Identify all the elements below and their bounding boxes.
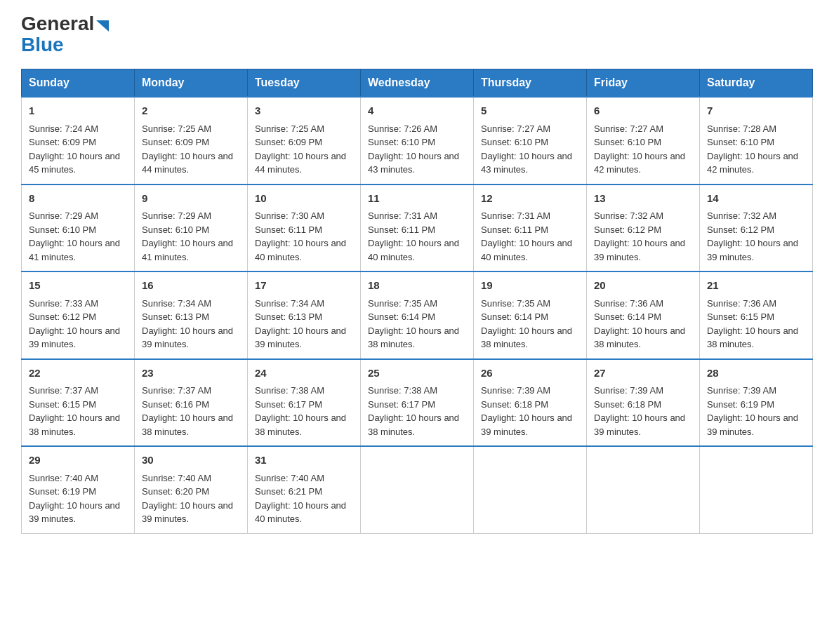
day-number: 4 [368, 103, 466, 119]
calendar-day-cell: 26 Sunrise: 7:39 AMSunset: 6:18 PMDaylig… [474, 359, 587, 447]
calendar-day-cell: 19 Sunrise: 7:35 AMSunset: 6:14 PMDaylig… [474, 271, 587, 359]
day-info: Sunrise: 7:32 AMSunset: 6:12 PMDaylight:… [707, 210, 798, 262]
day-number: 13 [594, 191, 692, 207]
calendar-day-cell: 3 Sunrise: 7:25 AMSunset: 6:09 PMDayligh… [248, 97, 361, 185]
day-info: Sunrise: 7:33 AMSunset: 6:12 PMDaylight:… [29, 298, 120, 350]
day-info: Sunrise: 7:38 AMSunset: 6:17 PMDaylight:… [368, 385, 459, 437]
day-info: Sunrise: 7:25 AMSunset: 6:09 PMDaylight:… [255, 123, 346, 175]
calendar-day-header: Monday [135, 69, 248, 98]
calendar-day-cell: 27 Sunrise: 7:39 AMSunset: 6:18 PMDaylig… [587, 359, 700, 447]
calendar-week-row: 1 Sunrise: 7:24 AMSunset: 6:09 PMDayligh… [22, 97, 813, 185]
day-info: Sunrise: 7:35 AMSunset: 6:14 PMDaylight:… [481, 298, 572, 350]
day-number: 9 [142, 191, 240, 207]
calendar-day-cell: 2 Sunrise: 7:25 AMSunset: 6:09 PMDayligh… [135, 97, 248, 185]
day-info: Sunrise: 7:28 AMSunset: 6:10 PMDaylight:… [707, 123, 798, 175]
calendar-day-header: Saturday [700, 69, 813, 98]
day-number: 12 [481, 191, 579, 207]
day-info: Sunrise: 7:34 AMSunset: 6:13 PMDaylight:… [142, 298, 233, 350]
calendar-day-cell: 22 Sunrise: 7:37 AMSunset: 6:15 PMDaylig… [22, 359, 135, 447]
day-number: 5 [481, 103, 579, 119]
calendar-day-cell: 25 Sunrise: 7:38 AMSunset: 6:17 PMDaylig… [361, 359, 474, 447]
svg-marker-0 [96, 20, 109, 32]
day-number: 31 [255, 452, 353, 469]
calendar-day-cell: 11 Sunrise: 7:31 AMSunset: 6:11 PMDaylig… [361, 185, 474, 272]
day-info: Sunrise: 7:29 AMSunset: 6:10 PMDaylight:… [142, 210, 233, 262]
calendar-day-cell: 29 Sunrise: 7:40 AMSunset: 6:19 PMDaylig… [22, 446, 135, 533]
day-number: 20 [594, 278, 692, 294]
day-info: Sunrise: 7:27 AMSunset: 6:10 PMDaylight:… [594, 123, 685, 175]
day-number: 29 [29, 452, 127, 469]
calendar-day-cell: 28 Sunrise: 7:39 AMSunset: 6:19 PMDaylig… [700, 359, 813, 447]
calendar-day-cell: 18 Sunrise: 7:35 AMSunset: 6:14 PMDaylig… [361, 271, 474, 359]
day-number: 21 [707, 278, 805, 294]
day-info: Sunrise: 7:24 AMSunset: 6:09 PMDaylight:… [29, 123, 120, 175]
calendar-week-row: 15 Sunrise: 7:33 AMSunset: 6:12 PMDaylig… [22, 271, 813, 359]
day-number: 30 [142, 452, 240, 469]
day-number: 2 [142, 103, 240, 119]
day-info: Sunrise: 7:31 AMSunset: 6:11 PMDaylight:… [481, 210, 572, 262]
day-number: 3 [255, 103, 353, 119]
calendar-day-cell: 6 Sunrise: 7:27 AMSunset: 6:10 PMDayligh… [587, 97, 700, 185]
day-number: 23 [142, 365, 240, 382]
day-info: Sunrise: 7:39 AMSunset: 6:19 PMDaylight:… [707, 385, 798, 437]
day-info: Sunrise: 7:40 AMSunset: 6:20 PMDaylight:… [142, 473, 233, 525]
day-number: 16 [142, 278, 240, 294]
day-info: Sunrise: 7:26 AMSunset: 6:10 PMDaylight:… [368, 123, 459, 175]
day-info: Sunrise: 7:39 AMSunset: 6:18 PMDaylight:… [481, 385, 572, 437]
calendar-day-header: Wednesday [361, 69, 474, 98]
calendar-day-header: Friday [587, 69, 700, 98]
calendar-day-cell: 20 Sunrise: 7:36 AMSunset: 6:14 PMDaylig… [587, 271, 700, 359]
calendar-day-cell: 13 Sunrise: 7:32 AMSunset: 6:12 PMDaylig… [587, 185, 700, 272]
day-number: 6 [594, 103, 692, 119]
calendar-week-row: 22 Sunrise: 7:37 AMSunset: 6:15 PMDaylig… [22, 359, 813, 447]
calendar-day-cell: 1 Sunrise: 7:24 AMSunset: 6:09 PMDayligh… [22, 97, 135, 185]
day-info: Sunrise: 7:36 AMSunset: 6:14 PMDaylight:… [594, 298, 685, 350]
logo-general-text: General [21, 14, 109, 34]
day-info: Sunrise: 7:37 AMSunset: 6:16 PMDaylight:… [142, 385, 233, 437]
calendar-day-cell: 30 Sunrise: 7:40 AMSunset: 6:20 PMDaylig… [135, 446, 248, 533]
calendar-day-cell: 10 Sunrise: 7:30 AMSunset: 6:11 PMDaylig… [248, 185, 361, 272]
day-info: Sunrise: 7:35 AMSunset: 6:14 PMDaylight:… [368, 298, 459, 350]
day-info: Sunrise: 7:40 AMSunset: 6:21 PMDaylight:… [255, 473, 346, 525]
day-number: 24 [255, 365, 353, 382]
logo-blue-text: Blue [21, 35, 64, 55]
calendar-day-cell: 31 Sunrise: 7:40 AMSunset: 6:21 PMDaylig… [248, 446, 361, 533]
day-number: 19 [481, 278, 579, 294]
day-info: Sunrise: 7:32 AMSunset: 6:12 PMDaylight:… [594, 210, 685, 262]
day-number: 11 [368, 191, 466, 207]
day-number: 14 [707, 191, 805, 207]
day-number: 18 [368, 278, 466, 294]
day-info: Sunrise: 7:40 AMSunset: 6:19 PMDaylight:… [29, 473, 120, 525]
calendar-day-cell: 7 Sunrise: 7:28 AMSunset: 6:10 PMDayligh… [700, 97, 813, 185]
day-number: 17 [255, 278, 353, 294]
day-info: Sunrise: 7:36 AMSunset: 6:15 PMDaylight:… [707, 298, 798, 350]
day-number: 15 [29, 278, 127, 294]
day-number: 26 [481, 365, 579, 382]
calendar-week-row: 8 Sunrise: 7:29 AMSunset: 6:10 PMDayligh… [22, 185, 813, 272]
calendar-day-cell [474, 446, 587, 533]
day-info: Sunrise: 7:27 AMSunset: 6:10 PMDaylight:… [481, 123, 572, 175]
calendar-day-header: Thursday [474, 69, 587, 98]
calendar-day-cell [587, 446, 700, 533]
day-info: Sunrise: 7:37 AMSunset: 6:15 PMDaylight:… [29, 385, 120, 437]
calendar-day-cell [361, 446, 474, 533]
day-info: Sunrise: 7:25 AMSunset: 6:09 PMDaylight:… [142, 123, 233, 175]
calendar-day-cell: 5 Sunrise: 7:27 AMSunset: 6:10 PMDayligh… [474, 97, 587, 185]
day-info: Sunrise: 7:30 AMSunset: 6:11 PMDaylight:… [255, 210, 346, 262]
day-info: Sunrise: 7:34 AMSunset: 6:13 PMDaylight:… [255, 298, 346, 350]
day-info: Sunrise: 7:31 AMSunset: 6:11 PMDaylight:… [368, 210, 459, 262]
calendar-day-cell: 21 Sunrise: 7:36 AMSunset: 6:15 PMDaylig… [700, 271, 813, 359]
calendar-day-cell: 23 Sunrise: 7:37 AMSunset: 6:16 PMDaylig… [135, 359, 248, 447]
calendar-day-cell [700, 446, 813, 533]
day-number: 25 [368, 365, 466, 382]
calendar-week-row: 29 Sunrise: 7:40 AMSunset: 6:19 PMDaylig… [22, 446, 813, 533]
day-number: 8 [29, 191, 127, 207]
day-number: 28 [707, 365, 805, 382]
calendar-day-header: Sunday [22, 69, 135, 98]
calendar-day-cell: 8 Sunrise: 7:29 AMSunset: 6:10 PMDayligh… [22, 185, 135, 272]
calendar-table: SundayMondayTuesdayWednesdayThursdayFrid… [21, 69, 813, 534]
calendar-day-cell: 14 Sunrise: 7:32 AMSunset: 6:12 PMDaylig… [700, 185, 813, 272]
calendar-header-row: SundayMondayTuesdayWednesdayThursdayFrid… [22, 69, 813, 98]
calendar-day-cell: 9 Sunrise: 7:29 AMSunset: 6:10 PMDayligh… [135, 185, 248, 272]
day-number: 7 [707, 103, 805, 119]
